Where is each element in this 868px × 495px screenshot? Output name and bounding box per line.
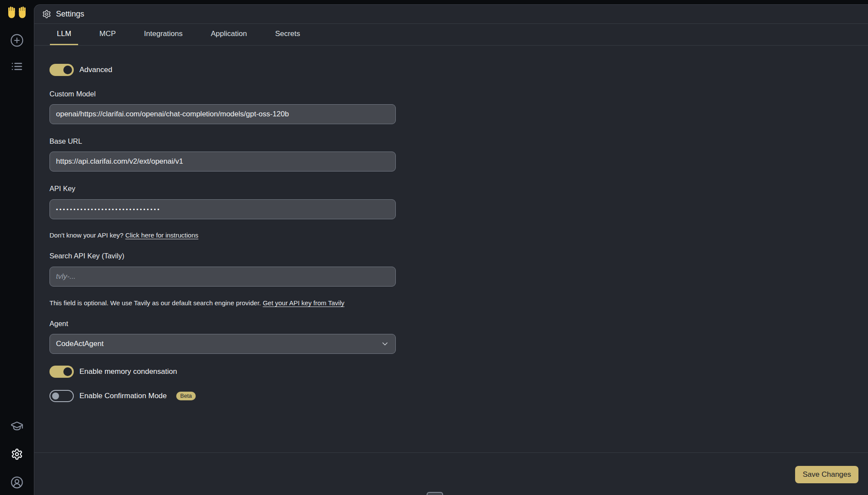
gear-icon: [42, 10, 51, 19]
tavily-api-key-link[interactable]: Get your API key from Tavily: [263, 299, 344, 307]
api-key-help-text: Don't know your API key?: [49, 231, 125, 239]
confirmation-mode-label: Enable Confirmation Mode: [79, 392, 167, 400]
custom-model-input[interactable]: [49, 104, 396, 124]
tab-secrets[interactable]: Secrets: [268, 24, 307, 45]
beta-badge: Beta: [176, 392, 196, 400]
left-sidebar: [0, 0, 34, 495]
tab-llm[interactable]: LLM: [50, 24, 78, 45]
app-logo-raised-hands-icon[interactable]: [7, 6, 27, 19]
custom-model-label: Custom Model: [49, 90, 868, 98]
user-circle-icon: [10, 476, 23, 489]
list-icon: [11, 60, 23, 73]
documentation-button[interactable]: [10, 419, 23, 432]
conversation-list-button[interactable]: [11, 60, 23, 73]
search-api-key-help: This field is optional. We use Tavily as…: [49, 299, 868, 307]
base-url-input[interactable]: [49, 152, 396, 172]
plus-circle-icon: [10, 33, 24, 47]
memory-condensation-row: Enable memory condensation: [49, 366, 868, 378]
advanced-toggle-row: Advanced: [49, 64, 868, 76]
save-changes-button[interactable]: Save Changes: [795, 466, 858, 483]
search-api-key-input[interactable]: [49, 267, 396, 287]
graduation-cap-icon: [10, 419, 23, 432]
api-key-label: API Key: [49, 185, 868, 193]
settings-panel: Settings LLM MCP Integrations Applicatio…: [34, 4, 868, 495]
api-key-help: Don't know your API key? Click here for …: [49, 231, 868, 239]
confirmation-mode-toggle[interactable]: [49, 390, 74, 402]
panel-header: Settings: [34, 5, 868, 24]
new-conversation-button[interactable]: [10, 33, 24, 47]
agent-label: Agent: [49, 320, 868, 328]
settings-nav-button[interactable]: [11, 448, 23, 460]
toggle-knob: [63, 367, 72, 376]
agent-select[interactable]: CodeActAgent: [49, 334, 396, 354]
api-key-instructions-link[interactable]: Click here for instructions: [125, 231, 198, 239]
raised-hands-icon: [7, 6, 27, 19]
search-api-key-label: Search API Key (Tavily): [49, 252, 868, 260]
toggle-knob: [63, 66, 72, 74]
llm-settings-form: Advanced Custom Model Base URL API Key D…: [34, 46, 868, 495]
user-profile-button[interactable]: [10, 476, 23, 489]
agent-select-value: CodeActAgent: [56, 340, 104, 348]
api-key-input[interactable]: [49, 199, 396, 219]
page-title: Settings: [56, 10, 84, 19]
advanced-toggle-label: Advanced: [79, 66, 112, 74]
bottom-handle: [427, 492, 443, 495]
confirmation-mode-row: Enable Confirmation Mode Beta: [49, 390, 868, 402]
gear-icon: [11, 448, 23, 460]
tab-mcp[interactable]: MCP: [92, 24, 123, 45]
settings-tabbar: LLM MCP Integrations Application Secrets: [34, 24, 868, 46]
search-api-key-help-text: This field is optional. We use Tavily as…: [49, 299, 263, 307]
base-url-label: Base URL: [49, 137, 868, 145]
advanced-toggle[interactable]: [49, 64, 74, 76]
memory-condensation-label: Enable memory condensation: [79, 367, 177, 376]
tab-integrations[interactable]: Integrations: [137, 24, 190, 45]
tab-application[interactable]: Application: [204, 24, 254, 45]
toggle-knob: [52, 393, 59, 399]
chevron-down-icon: [381, 340, 389, 348]
panel-footer: Save Changes: [34, 452, 868, 495]
memory-condensation-toggle[interactable]: [49, 366, 74, 378]
